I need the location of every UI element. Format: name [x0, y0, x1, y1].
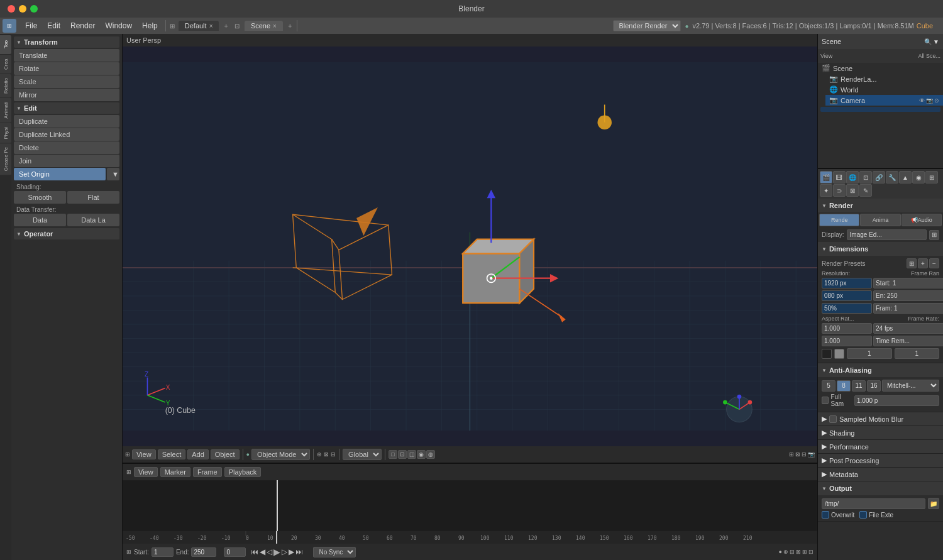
menu-edit[interactable]: Edit — [42, 20, 65, 31]
material-shading-btn[interactable]: ◍ — [426, 450, 435, 459]
timeline-extra-btn[interactable]: ⊞ — [802, 549, 807, 555]
timeline-playback-btn[interactable]: Playback — [224, 467, 262, 477]
timeline-settings-btn[interactable]: ⊡ — [808, 549, 813, 555]
tab-default-close[interactable]: × — [209, 23, 213, 30]
menu-file[interactable]: File — [20, 20, 42, 31]
render-engine-select[interactable]: Blender Render — [613, 20, 681, 31]
solid-shading-btn[interactable]: □ — [389, 450, 397, 459]
extra-1-btn[interactable]: ⊠ — [846, 184, 859, 197]
overwrite-checkbox[interactable] — [822, 511, 829, 519]
frame-val-2[interactable]: 1 — [895, 348, 940, 359]
set-origin-button[interactable]: Set Origin — [14, 168, 106, 180]
render-props-btn[interactable]: 🎬 — [820, 171, 832, 184]
wire-shading-btn[interactable]: ⊡ — [398, 450, 407, 459]
prev-keyframe-btn[interactable]: ◁ — [267, 547, 272, 556]
preset-add-btn[interactable]: + — [918, 258, 928, 268]
camera-view-icon[interactable]: 📷 — [808, 451, 815, 458]
constraints-props-btn[interactable]: 🔗 — [873, 171, 885, 184]
data-la-button[interactable]: Data La — [67, 214, 119, 226]
add-workspace-button[interactable]: + — [221, 22, 230, 30]
tab-grease-pencil[interactable]: Grease Pe — [0, 143, 11, 175]
performance-section[interactable]: ▶ Performance — [818, 440, 943, 454]
rendered-shading-btn[interactable]: ◉ — [417, 450, 426, 459]
set-origin-menu[interactable]: ▼ — [107, 168, 119, 180]
flat-button[interactable]: Flat — [67, 191, 119, 204]
menu-help[interactable]: Help — [137, 20, 163, 31]
end-frame-input[interactable] — [191, 547, 216, 557]
aspect-y-input[interactable] — [822, 336, 872, 346]
key-options-icon[interactable]: ⊠ — [796, 549, 801, 555]
aa-16[interactable]: 16 — [867, 380, 881, 392]
render-tab-audio[interactable]: 📢Audio — [902, 214, 942, 226]
delete-button[interactable]: Delete — [14, 141, 119, 154]
edit-header[interactable]: ▼ Edit — [14, 102, 119, 114]
tab-scene-close[interactable]: × — [273, 23, 277, 30]
rotate-button[interactable]: Rotate — [14, 62, 119, 75]
menu-render[interactable]: Render — [65, 20, 100, 31]
add-scene-button[interactable]: + — [285, 22, 294, 30]
tab-physics[interactable]: Physi — [0, 123, 11, 143]
join-button[interactable]: Join — [14, 155, 119, 167]
post-processing-section[interactable]: ▶ Post Processing — [818, 454, 943, 468]
frame-val-1[interactable]: 1 — [847, 348, 892, 359]
metadata-section[interactable]: ▶ Metadata — [818, 468, 943, 481]
aa-header[interactable]: ▼ Anti-Aliasing — [818, 363, 943, 377]
overlay-icon[interactable]: ⊞ — [789, 451, 794, 458]
play-btn[interactable]: ▶ — [273, 547, 280, 557]
jump-start-btn[interactable]: ⏮ — [251, 547, 258, 556]
aa-11[interactable]: 11 — [852, 380, 866, 392]
display-extra-btn[interactable]: ⊞ — [929, 230, 939, 240]
timeline-frame-btn[interactable]: Frame — [193, 467, 222, 477]
outliner-renderlayer-item[interactable]: 📷 RenderLa... — [825, 74, 943, 84]
motion-blur-checkbox[interactable] — [829, 415, 837, 423]
viewport-view-btn[interactable]: View — [132, 449, 156, 459]
display-value[interactable]: Image Ed... — [847, 229, 927, 240]
jump-end-btn[interactable]: ⏭ — [295, 547, 303, 556]
particles-props-btn[interactable]: ✦ — [820, 184, 832, 197]
next-keyframe-btn[interactable]: ▷ — [282, 547, 287, 556]
menu-window[interactable]: Window — [100, 20, 137, 31]
full-sam-input[interactable] — [854, 395, 939, 406]
gizmo-icon[interactable]: ⊠ — [795, 451, 800, 458]
aa-5[interactable]: 5 — [822, 380, 835, 392]
preset-remove-btn[interactable]: − — [929, 258, 939, 268]
extra-2-btn[interactable]: ✎ — [859, 184, 872, 197]
transform-header[interactable]: ▼ Transform — [14, 36, 119, 48]
duplicate-linked-button[interactable]: Duplicate Linked — [14, 128, 119, 141]
viewport-add-btn[interactable]: Add — [187, 449, 209, 459]
operator-header[interactable]: ▼ Operator — [14, 228, 119, 239]
search-icon[interactable]: 🔍 — [924, 38, 932, 45]
fps-input[interactable] — [873, 323, 943, 334]
filter-icon[interactable]: ▼ — [933, 38, 939, 45]
object-props-btn[interactable]: ⊡ — [859, 171, 872, 184]
end-input[interactable] — [873, 290, 943, 301]
render-tab-render[interactable]: Rende — [819, 214, 859, 226]
motion-blur-section[interactable]: ▶ Sampled Motion Blur — [818, 412, 943, 426]
texture-props-btn[interactable]: ⊞ — [925, 171, 938, 184]
color-swatch-2[interactable] — [834, 349, 844, 359]
start-frame-input[interactable] — [152, 547, 174, 557]
tab-tools[interactable]: Too — [0, 35, 11, 54]
render-tab-anim[interactable]: Anima — [860, 214, 900, 226]
tab-relations[interactable]: Relatio — [0, 74, 11, 97]
modifiers-props-btn[interactable]: 🔧 — [886, 171, 898, 184]
minimize-button[interactable] — [19, 5, 26, 13]
scene-props-btn[interactable]: 🎞 — [833, 171, 846, 184]
texture-shading-btn[interactable]: ◫ — [407, 450, 416, 459]
sync-select[interactable]: No Sync — [313, 547, 356, 557]
mirror-button[interactable]: Mirror — [14, 89, 119, 101]
res-x-input[interactable] — [822, 278, 872, 288]
timeline-marker-btn[interactable]: Marker — [160, 467, 190, 477]
timeline-view-btn[interactable]: View — [134, 467, 158, 477]
global-select[interactable]: Global — [343, 449, 382, 460]
viewport-select-btn[interactable]: Select — [158, 449, 186, 459]
maximize-button[interactable] — [30, 5, 38, 13]
tab-create[interactable]: Crea — [0, 55, 11, 74]
viewport-object-btn[interactable]: Object — [211, 449, 240, 459]
key-delete-icon[interactable]: ⊟ — [790, 549, 795, 555]
next-frame-btn[interactable]: ▶ — [289, 547, 294, 556]
tab-scene[interactable]: Scene × — [245, 21, 283, 31]
scale-button[interactable]: Scale — [14, 75, 119, 88]
tab-animation[interactable]: Animati — [0, 98, 11, 123]
frame-input[interactable] — [873, 303, 943, 314]
